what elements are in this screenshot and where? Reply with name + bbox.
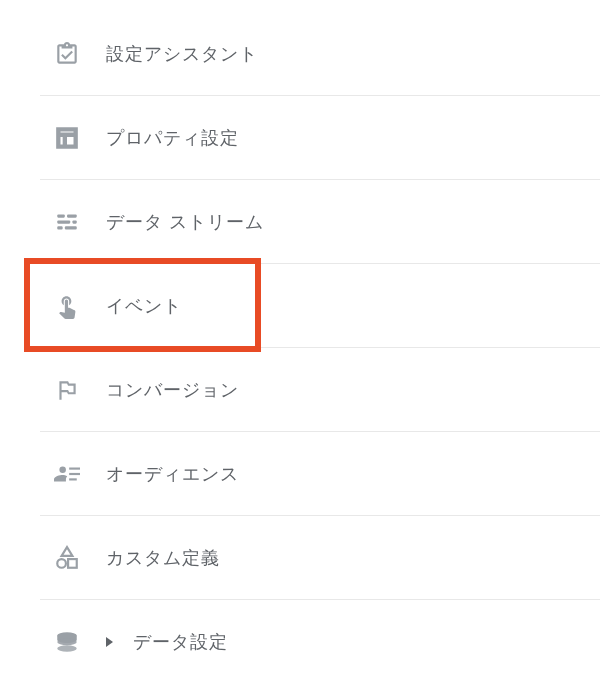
menu-label: データ設定 bbox=[133, 630, 228, 654]
shapes-icon bbox=[53, 544, 81, 572]
svg-point-10 bbox=[57, 559, 66, 568]
svg-rect-3 bbox=[72, 220, 76, 223]
menu-item-audience[interactable]: オーディエンス bbox=[40, 432, 600, 516]
settings-menu: 設定アシスタント プロパティ設定 データ ストリーム bbox=[40, 12, 600, 684]
svg-point-13 bbox=[57, 639, 77, 646]
flag-icon bbox=[53, 376, 81, 404]
menu-label: オーディエンス bbox=[106, 462, 239, 486]
svg-rect-11 bbox=[68, 559, 77, 568]
menu-item-property-settings[interactable]: プロパティ設定 bbox=[40, 96, 600, 180]
stream-icon bbox=[53, 208, 81, 236]
menu-label: 設定アシスタント bbox=[106, 42, 258, 66]
svg-rect-1 bbox=[67, 214, 77, 217]
audience-icon bbox=[53, 460, 81, 488]
menu-label: コンバージョン bbox=[106, 378, 239, 402]
layout-icon bbox=[53, 124, 81, 152]
menu-item-conversions[interactable]: コンバージョン bbox=[40, 348, 600, 432]
svg-rect-0 bbox=[57, 214, 65, 217]
svg-rect-7 bbox=[69, 467, 80, 469]
svg-point-6 bbox=[59, 466, 65, 473]
menu-label: カスタム定義 bbox=[106, 546, 220, 570]
svg-rect-2 bbox=[57, 220, 70, 223]
expand-caret-icon bbox=[106, 637, 113, 647]
menu-label: イベント bbox=[106, 294, 182, 318]
svg-rect-4 bbox=[57, 226, 62, 229]
clipboard-check-icon bbox=[53, 40, 81, 68]
menu-label: データ ストリーム bbox=[106, 210, 264, 234]
menu-item-setup-assistant[interactable]: 設定アシスタント bbox=[40, 12, 600, 96]
svg-rect-8 bbox=[69, 472, 80, 474]
menu-item-custom-definitions[interactable]: カスタム定義 bbox=[40, 516, 600, 600]
menu-item-events[interactable]: イベント bbox=[40, 264, 600, 348]
database-icon bbox=[53, 628, 81, 656]
svg-rect-5 bbox=[65, 226, 77, 229]
menu-item-data-stream[interactable]: データ ストリーム bbox=[40, 180, 600, 264]
menu-label: プロパティ設定 bbox=[106, 126, 239, 150]
menu-item-data-settings[interactable]: データ設定 bbox=[40, 600, 600, 684]
svg-point-14 bbox=[57, 645, 77, 652]
touch-icon bbox=[53, 292, 81, 320]
svg-rect-9 bbox=[69, 478, 77, 480]
